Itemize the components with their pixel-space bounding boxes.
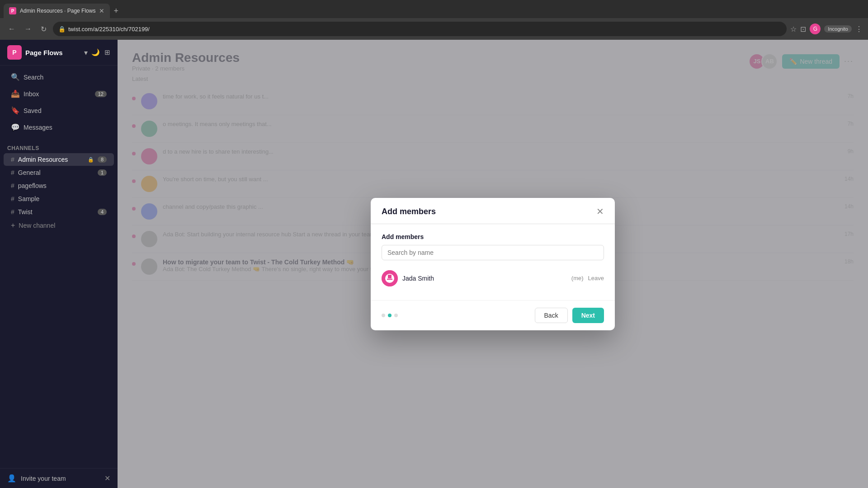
sidebar-messages-label: Messages [24,124,52,131]
sidebar-item-saved[interactable]: 🔖 Saved [4,103,114,118]
inbox-badge: 12 [95,91,107,97]
browser-tab-bar: P Admin Resources · Page Flows ✕ + [0,0,868,18]
sidebar-inbox-label: Inbox [24,90,39,98]
channel-name-general: General [18,169,94,176]
new-tab-button[interactable]: + [112,5,120,18]
member-name: Jada Smith [402,275,567,282]
member-list: Jada Smith (me) Leave [382,266,604,291]
general-badge: 1 [98,169,107,176]
sidebar-item-search[interactable]: 🔍 Search [4,69,114,85]
sidebar-item-twist[interactable]: # Twist 4 [4,206,114,218]
workspace-name: Page Flows [25,49,80,56]
new-channel-label: New channel [19,222,55,229]
channel-name-twist: Twist [18,208,94,216]
pagination-dot-3 [394,314,398,317]
channel-name-admin-resources: Admin Resources [18,156,84,163]
sidebar-saved-label: Saved [24,107,42,114]
sidebar-nav: 🔍 Search 📥 Inbox 12 🔖 Saved 💬 Messages [0,66,118,140]
modal-body: Add members [371,224,615,300]
pagination-dots [382,314,398,317]
browser-toolbar: ← → ↻ 🔒 twist.com/a/225310/ch/702199/ ☆ … [0,18,868,40]
browser-menu-icon[interactable]: ⋮ [855,25,863,33]
sidebar-item-messages[interactable]: 💬 Messages [4,119,114,135]
footer-buttons: Back Next [535,308,604,323]
tab-title: Admin Resources · Page Flows [20,8,95,14]
google-account-icon[interactable]: G [810,23,821,34]
sidebar-item-inbox[interactable]: 📥 Inbox 12 [4,86,114,102]
sidebar-bottom: 👤 Invite your team ✕ [0,468,118,488]
invite-team-label: Invite your team [21,475,100,482]
member-me-label: (me) [571,275,584,282]
chevron-down-icon[interactable]: ▾ [84,48,88,57]
tab-close-icon[interactable]: ✕ [99,7,104,14]
moon-icon[interactable]: 🌙 [91,48,100,56]
sidebar-header: P Page Flows ▾ 🌙 ⊞ [0,40,118,66]
forward-nav-button[interactable]: → [22,23,34,35]
plus-icon: + [11,221,15,230]
lock-icon: 🔒 [88,157,94,163]
search-members-input[interactable] [382,245,604,260]
url-display: twist.com/a/225310/ch/702199/ [68,26,781,33]
new-channel-button[interactable]: + New channel [4,219,114,232]
hash-icon: # [11,208,14,216]
modal-title: Add members [382,207,596,216]
layout-icon[interactable]: ⊞ [104,48,110,56]
tab-favicon: P [9,7,16,14]
channels-section-title: Channels [0,140,118,153]
sidebar-item-general[interactable]: # General 1 [4,166,114,179]
hash-icon: # [11,156,14,163]
pagination-dot-1 [382,314,385,317]
channel-name-sample: Sample [18,195,107,202]
pagination-dot-2-active [388,314,392,317]
modal-footer: Back Next [371,300,615,330]
hash-icon: # [11,195,14,202]
invite-team-button[interactable]: 👤 Invite your team ✕ [7,474,110,483]
profile-icon[interactable]: ⊡ [800,25,806,33]
main-content: Admin Resources Private · 2 members JS A… [118,40,868,488]
sidebar-item-admin-resources[interactable]: # Admin Resources 🔒 8 [4,153,114,166]
workspace-icon: P [7,45,22,60]
messages-icon: 💬 [11,123,19,131]
sidebar: P Page Flows ▾ 🌙 ⊞ 🔍 Search 📥 Inbox 12 🔖… [0,40,118,488]
hash-icon: # [11,182,14,189]
reload-button[interactable]: ↻ [38,23,49,35]
channel-name-pageflows: pageflows [18,182,107,189]
lock-icon: 🔒 [58,26,66,33]
modal-header: Add members ✕ [371,198,615,224]
next-button[interactable]: Next [572,308,604,323]
app-container: P Page Flows ▾ 🌙 ⊞ 🔍 Search 📥 Inbox 12 🔖… [0,40,868,488]
twist-badge: 4 [98,209,107,215]
member-leave-button[interactable]: Leave [588,275,604,282]
svg-rect-2 [388,275,392,278]
back-button[interactable]: Back [535,308,568,323]
address-bar[interactable]: 🔒 twist.com/a/225310/ch/702199/ [53,22,787,36]
modal-overlay: Add members ✕ Add members [118,40,868,488]
modal-close-button[interactable]: ✕ [596,207,604,216]
bookmark-icon[interactable]: ☆ [790,25,797,33]
invite-close-icon[interactable]: ✕ [104,474,110,483]
admin-resources-badge: 8 [98,156,107,163]
sidebar-search-label: Search [24,74,43,81]
search-icon: 🔍 [11,73,19,81]
back-nav-button[interactable]: ← [5,23,18,35]
hash-icon: # [11,169,14,176]
member-avatar [382,270,398,286]
sidebar-item-pageflows[interactable]: # pageflows [4,179,114,192]
toolbar-right: ☆ ⊡ G Incognito ⋮ [790,23,863,34]
sidebar-item-sample[interactable]: # Sample [4,192,114,205]
browser-chrome: P Admin Resources · Page Flows ✕ + ← → ↻… [0,0,868,40]
incognito-badge: Incognito [824,25,852,33]
person-icon: 👤 [7,474,16,483]
sidebar-header-icons: 🌙 ⊞ [91,48,110,56]
inbox-icon: 📥 [11,89,19,98]
member-item: Jada Smith (me) Leave [382,266,604,291]
browser-tab-active[interactable]: P Admin Resources · Page Flows ✕ [4,4,110,18]
saved-icon: 🔖 [11,106,19,115]
add-members-modal: Add members ✕ Add members [371,198,615,330]
modal-section-title: Add members [382,233,604,240]
